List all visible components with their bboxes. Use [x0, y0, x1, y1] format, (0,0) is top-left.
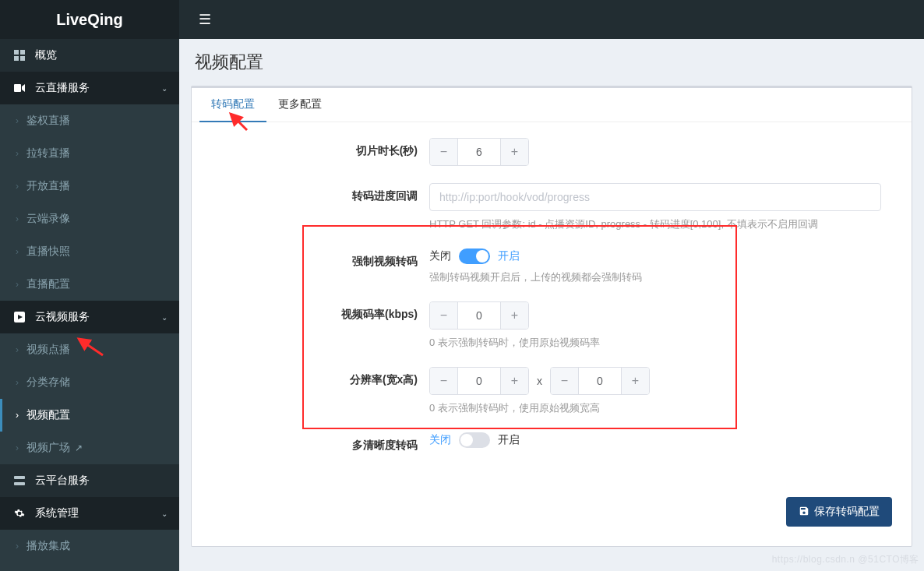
- label-resolution: 分辨率(宽x高): [211, 367, 429, 387]
- sidebar-item-overview[interactable]: 概览: [0, 39, 179, 72]
- sidebar-sub-label: 直播快照: [26, 245, 70, 259]
- angle-icon: ›: [16, 410, 19, 421]
- sidebar-label: 云平台服务: [35, 474, 90, 488]
- sidebar-item-video-service[interactable]: 云视频服务 ⌄: [0, 301, 179, 333]
- tab-more[interactable]: 更多配置: [266, 88, 333, 122]
- sidebar-sub-live-conf[interactable]: ›直播配置: [0, 268, 179, 301]
- slice-input[interactable]: [458, 139, 500, 165]
- width-stepper: − +: [429, 367, 529, 395]
- row-force-transcode: 强制视频转码 关闭 开启 强制转码视频开启后，上传的视频都会强制转码: [211, 248, 892, 284]
- callback-help: HTTP GET 回调参数: id - 点播资源ID, progress - 转…: [429, 217, 892, 231]
- sidebar-label: 云视频服务: [35, 310, 90, 324]
- navbar: ☰: [179, 0, 924, 39]
- sidebar-sub-label: 拉转直播: [26, 146, 70, 160]
- force-help: 强制转码视频开启后，上传的视频都会强制转码: [429, 270, 892, 284]
- angle-icon: ›: [16, 115, 19, 126]
- sidebar-item-live-service[interactable]: 云直播服务 ⌄: [0, 72, 179, 104]
- svg-rect-7: [14, 482, 25, 485]
- chevron-down-icon: ⌄: [161, 313, 168, 322]
- toggle-on-label: 开启: [498, 433, 520, 447]
- sidebar-label: 系统管理: [35, 506, 79, 520]
- bitrate-stepper: − +: [429, 301, 529, 330]
- svg-rect-3: [20, 56, 25, 61]
- svg-rect-6: [14, 476, 25, 479]
- sidebar-sub-label: 视频广场: [26, 441, 70, 455]
- sidebar-sub-label: 播放集成: [26, 539, 70, 553]
- sidebar-sub-pull-live[interactable]: ›拉转直播: [0, 137, 179, 170]
- external-link-icon: ↗: [75, 442, 83, 453]
- bitrate-decrement-button[interactable]: −: [430, 302, 458, 329]
- label-callback: 转码进度回调: [211, 183, 429, 203]
- sidebar-sub-user-mgmt[interactable]: ›用户管理: [0, 562, 179, 571]
- config-card: 转码配置 更多配置 切片时长(秒) − + 转码进度回调: [191, 86, 912, 547]
- slice-increment-button[interactable]: +: [500, 139, 528, 165]
- height-increment-button[interactable]: +: [621, 368, 649, 394]
- row-resolution: 分辨率(宽x高) − + x − +: [211, 367, 892, 415]
- angle-icon: ›: [16, 213, 19, 224]
- callback-input[interactable]: [429, 183, 881, 211]
- row-multi-clarity: 多清晰度转码 关闭 开启: [211, 432, 892, 453]
- angle-icon: ›: [16, 279, 19, 290]
- bitrate-help: 0 表示强制转码时，使用原始视频码率: [429, 336, 892, 350]
- save-config-button[interactable]: 保存转码配置: [786, 497, 892, 527]
- hamburger-icon[interactable]: ☰: [191, 11, 219, 28]
- angle-icon: ›: [16, 148, 19, 159]
- bitrate-input[interactable]: [458, 302, 500, 329]
- label-slice: 切片时长(秒): [211, 138, 429, 158]
- sidebar-sub-auth-live[interactable]: ›鉴权直播: [0, 104, 179, 137]
- resolution-separator: x: [537, 375, 542, 387]
- label-force: 强制视频转码: [211, 248, 429, 269]
- chevron-down-icon: ⌄: [161, 84, 168, 93]
- gear-icon: [12, 508, 27, 519]
- sidebar-sub-play-int[interactable]: ›播放集成: [0, 530, 179, 562]
- sidebar: 概览 云直播服务 ⌄ ›鉴权直播 ›拉转直播 ›开放直播 ›云端录像 ›直播快照…: [0, 39, 179, 571]
- width-input[interactable]: [458, 368, 500, 394]
- chevron-down-icon: ⌄: [161, 509, 168, 518]
- brand-logo[interactable]: LiveQing: [0, 0, 179, 39]
- sidebar-sub-live-snap[interactable]: ›直播快照: [0, 235, 179, 268]
- slice-decrement-button[interactable]: −: [430, 139, 458, 165]
- camera-icon: [12, 83, 27, 93]
- play-icon: [12, 312, 27, 323]
- toggle-off-label: 关闭: [429, 249, 451, 263]
- sidebar-sub-label: 开放直播: [26, 179, 70, 193]
- sidebar-sub-cloud-rec[interactable]: ›云端录像: [0, 203, 179, 235]
- height-stepper: − +: [550, 367, 650, 395]
- toggle-on-label: 开启: [498, 249, 520, 263]
- sidebar-sub-open-live[interactable]: ›开放直播: [0, 170, 179, 203]
- label-multi: 多清晰度转码: [211, 432, 429, 453]
- sidebar-item-platform-service[interactable]: 云平台服务: [0, 464, 179, 497]
- sidebar-sub-label: 分类存储: [26, 375, 70, 389]
- app-header: LiveQing ☰: [0, 0, 924, 39]
- sidebar-sub-vod[interactable]: ›视频点播: [0, 333, 179, 366]
- angle-icon: ›: [16, 181, 19, 192]
- tab-transcode[interactable]: 转码配置: [199, 88, 266, 122]
- sidebar-sub-video-square[interactable]: ›视频广场↗: [0, 432, 179, 464]
- multi-clarity-toggle[interactable]: [459, 432, 490, 448]
- content-area: 视频配置 转码配置 更多配置 切片时长(秒) − +: [179, 39, 924, 571]
- svg-rect-4: [14, 84, 21, 92]
- height-input[interactable]: [579, 368, 621, 394]
- width-decrement-button[interactable]: −: [430, 368, 458, 394]
- slice-stepper: − +: [429, 138, 529, 166]
- tabs: 转码配置 更多配置: [192, 88, 912, 122]
- button-row: 保存转码配置: [192, 485, 912, 546]
- angle-icon: ›: [16, 246, 19, 257]
- sidebar-label: 概览: [35, 48, 57, 62]
- bitrate-increment-button[interactable]: +: [500, 302, 528, 329]
- height-decrement-button[interactable]: −: [551, 368, 579, 394]
- svg-rect-2: [14, 56, 19, 61]
- label-bitrate: 视频码率(kbps): [211, 301, 429, 322]
- sidebar-item-system-mgmt[interactable]: 系统管理 ⌄: [0, 497, 179, 530]
- resolution-help: 0 表示强制转码时，使用原始视频宽高: [429, 401, 892, 415]
- server-icon: [12, 475, 27, 486]
- sidebar-sub-video-config[interactable]: ›视频配置: [0, 399, 179, 432]
- row-slice-duration: 切片时长(秒) − +: [211, 138, 892, 166]
- force-transcode-toggle[interactable]: [459, 248, 490, 264]
- sidebar-sub-catstore[interactable]: ›分类存储: [0, 366, 179, 399]
- angle-icon: ›: [16, 344, 19, 355]
- form: 切片时长(秒) − + 转码进度回调: [192, 122, 912, 485]
- row-callback: 转码进度回调 HTTP GET 回调参数: id - 点播资源ID, progr…: [211, 183, 892, 231]
- width-increment-button[interactable]: +: [500, 368, 528, 394]
- page-title: 视频配置: [179, 39, 924, 86]
